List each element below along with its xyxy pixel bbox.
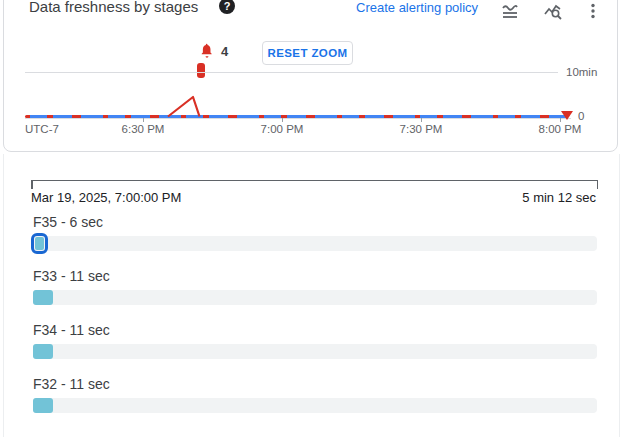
reset-zoom-button[interactable]: RESET ZOOM [262,41,353,65]
stage-track [33,344,597,359]
detail-timestamp: Mar 19, 2025, 7:00:00 PM [31,190,181,205]
chart-mode-icon[interactable] [498,0,522,23]
detail-window-duration: 5 min 12 sec [522,190,596,205]
x-axis-tick [143,118,144,122]
stage-row-f35: F35 - 6 sec [31,214,598,264]
x-axis-tick-label: 6:30 PM [122,123,165,135]
alert-bell-icon[interactable] [199,43,215,59]
stage-bar[interactable] [33,398,53,413]
end-point-marker-icon[interactable] [561,111,573,120]
stage-label: F35 - 6 sec [33,214,103,230]
create-alerting-policy-link[interactable]: Create alerting policy [356,0,478,15]
time-window-ruler [31,180,598,181]
help-icon[interactable]: ? [219,0,235,14]
wavy-lines-icon [500,1,520,21]
chart-card: Data freshness by stages ? Create alerti… [3,0,618,152]
stage-label: F32 - 11 sec [33,376,110,392]
stage-bar[interactable] [33,290,53,305]
more-options-icon[interactable] [581,0,605,23]
stage-row-f34: F34 - 11 sec [31,322,598,372]
line-chart-magnifier-icon [543,1,563,21]
stage-label: F34 - 11 sec [33,322,110,338]
threshold-gridline [25,72,558,73]
x-axis-tick-label: 7:00 PM [261,123,304,135]
stage-track [33,236,597,251]
x-axis-tick-label: 8:00 PM [539,123,582,135]
vertical-dots-icon [584,2,602,20]
x-axis-tick [282,118,283,122]
stage-row-f33: F33 - 11 sec [31,268,598,318]
x-axis-line [25,118,571,119]
stage-row-f32: F32 - 11 sec [31,376,598,426]
stage-bar-selected[interactable] [31,233,48,254]
chart-title: Data freshness by stages [29,0,198,15]
threshold-label: 10min [566,66,597,78]
alert-count: 4 [221,44,228,59]
alert-incident-marker[interactable] [197,63,205,78]
chart-zoom-icon[interactable] [541,0,565,23]
timezone-label: UTC-7 [25,123,59,135]
stage-track [33,398,597,413]
end-point-value: 0 [578,110,584,122]
x-axis-tick-label: 7:30 PM [400,123,443,135]
stage-track [33,290,597,305]
x-axis-tick [421,118,422,122]
stage-label: F33 - 11 sec [33,268,110,284]
stage-bar[interactable] [33,344,53,359]
details-panel: Mar 19, 2025, 7:00:00 PM 5 min 12 sec F3… [3,154,620,437]
